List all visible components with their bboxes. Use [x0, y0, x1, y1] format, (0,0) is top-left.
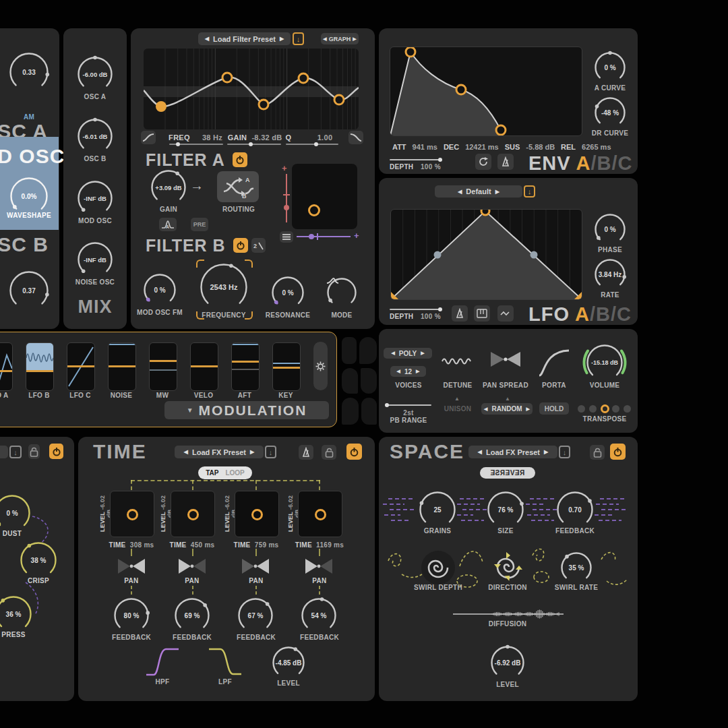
osc-b-am-knob[interactable]: 0.37	[8, 270, 50, 311]
pb-range-slider[interactable]	[386, 404, 431, 406]
lfo-preset-save-icon[interactable]: ↓	[524, 185, 535, 198]
poly-mode-selector[interactable]: ◀ POLY ▶	[384, 348, 432, 359]
tap1-pad[interactable]	[110, 491, 154, 537]
filter-preset-save-icon[interactable]: ↓	[293, 32, 304, 45]
filter-eq-graph[interactable]	[144, 49, 359, 129]
eq-node-5[interactable]	[334, 95, 344, 104]
press-knob[interactable]: 36 %	[0, 595, 33, 634]
mod-source-velocity[interactable]	[190, 342, 218, 391]
filter-b-frequency-knob[interactable]: 2543 Hz	[199, 262, 249, 312]
mod-source-noise[interactable]	[108, 342, 136, 391]
pan-mode-selector[interactable]: ◀ RANDOM ▶	[481, 403, 533, 415]
mod-source-lfo-a[interactable]	[0, 342, 13, 391]
release-value[interactable]: 6265 ms	[582, 143, 611, 151]
tap4-node[interactable]	[315, 509, 326, 520]
eq-node-4[interactable]	[299, 73, 308, 83]
transpose-dot-5[interactable]	[624, 405, 631, 413]
lfo-preset-selector[interactable]: ◀ Default ▶	[435, 185, 522, 198]
decay-release-curve-knob[interactable]: -48 %	[593, 96, 627, 129]
preset-next-icon[interactable]: ▶	[280, 36, 284, 42]
filter-a-y-slider[interactable]	[286, 174, 287, 222]
dust-knob[interactable]: 0 %	[0, 493, 32, 533]
filter-a-band-icon[interactable]: A	[159, 218, 177, 231]
tap2-node[interactable]	[187, 509, 199, 520]
time-preset-prev-icon[interactable]: ◀	[184, 449, 188, 455]
env-decay-node[interactable]	[456, 85, 466, 94]
env-depth-slider[interactable]	[390, 159, 442, 160]
mod-source-mod-wheel[interactable]	[149, 342, 177, 391]
modulation-collapse-icon[interactable]: ▼	[187, 406, 193, 414]
loop-option[interactable]: LOOP	[225, 469, 244, 477]
lfo-rate-knob[interactable]: 3.84 Hz	[593, 257, 627, 291]
porta-icon[interactable]	[538, 347, 570, 377]
random-prev-icon[interactable]: ◀	[484, 406, 487, 412]
x-slider-plus-icon[interactable]: +	[354, 231, 359, 241]
lfo-tabs-bc[interactable]: /B/C	[590, 303, 632, 325]
space-preset-save-icon[interactable]: ↓	[559, 446, 570, 458]
env-attack-node[interactable]	[406, 47, 415, 57]
attack-curve-knob[interactable]: 0 %	[593, 51, 627, 84]
voices-next-icon[interactable]: ▶	[416, 369, 419, 374]
detune-icon[interactable]	[441, 356, 475, 367]
highpass-slope-icon[interactable]	[141, 131, 156, 144]
transpose-dot-3-selected[interactable]	[601, 404, 609, 413]
space-power-button[interactable]	[610, 444, 626, 460]
pan-spread-icon[interactable]	[489, 350, 522, 369]
mix-osc-a-knob[interactable]: -6.00 dB	[76, 55, 114, 93]
tap3-feedback-knob[interactable]: 67 %	[237, 597, 274, 634]
mod-source-keytrack[interactable]	[272, 342, 301, 391]
left-fx-preset-save-icon[interactable]: ↓	[9, 446, 22, 458]
resonance-knob[interactable]: 0 %	[270, 275, 305, 310]
space-preset-selector[interactable]: ◀ Load FX Preset ▶	[468, 446, 557, 458]
tap4-pan-icon[interactable]	[304, 557, 334, 576]
eq-gain-value[interactable]: -8.32 dB	[249, 133, 284, 142]
preset-prev-icon[interactable]: ◀	[205, 36, 209, 42]
env-tabs-bc[interactable]: /B/C	[591, 152, 633, 174]
space-preset-next-icon[interactable]: ▶	[544, 449, 548, 455]
tap1-node[interactable]	[127, 509, 138, 520]
env-depth-value[interactable]: 100 %	[421, 163, 448, 171]
space-feedback-knob[interactable]: 0.70	[555, 490, 595, 529]
routing-button[interactable]: A B	[217, 171, 259, 202]
tap3-node[interactable]	[251, 509, 263, 520]
pb-range-value[interactable]: 2st	[382, 409, 435, 417]
sustain-value[interactable]: -5.88 dB	[526, 143, 555, 151]
lfo-apex-node[interactable]	[481, 209, 489, 215]
unison-label[interactable]: UNISON	[431, 405, 485, 413]
mod-osc-fm-knob[interactable]: 0 %	[142, 272, 177, 307]
eq-node-2[interactable]	[222, 73, 232, 82]
attack-value[interactable]: 941 ms	[413, 143, 437, 151]
mod-source-aftertouch[interactable]	[231, 342, 260, 391]
space-level-knob[interactable]: -6.92 dB	[489, 644, 526, 681]
lfo-graph[interactable]	[390, 209, 582, 300]
left-fx-preset-selector[interactable]: ▶	[0, 446, 8, 458]
env-selector[interactable]: ENV A/B/C	[528, 152, 631, 175]
mod-source-lfo-c[interactable]	[67, 342, 95, 391]
eq-q-value[interactable]: 1.00	[311, 133, 338, 142]
env-loop-icon[interactable]	[475, 154, 491, 170]
tap-option[interactable]: TAP	[206, 469, 218, 477]
grains-knob[interactable]: 25	[418, 490, 457, 529]
eq-gain-slider[interactable]	[227, 144, 281, 145]
space-lock-icon[interactable]	[590, 445, 605, 460]
size-knob[interactable]: 76 %	[486, 490, 525, 529]
tap4-feedback-knob[interactable]: 54 %	[300, 597, 338, 634]
time-level-knob[interactable]: -4.85 dB	[271, 645, 306, 680]
tap3-time[interactable]: TIME 759 ms	[222, 541, 290, 549]
env-tab-a[interactable]: A	[576, 152, 591, 174]
diffusion-slider[interactable]	[453, 609, 564, 619]
time-preset-selector[interactable]: ◀ Load FX Preset ▶	[175, 446, 264, 458]
tap1-time[interactable]: TIME 308 ms	[98, 541, 165, 549]
filter-a-x-slider[interactable]	[297, 236, 351, 237]
graph-view-button[interactable]: ◀ GRAPH ▶	[321, 33, 359, 44]
graph-prev-icon[interactable]: ◀	[323, 36, 326, 42]
tap2-time[interactable]: TIME 450 ms	[158, 541, 226, 549]
time-preset-next-icon[interactable]: ▶	[250, 449, 254, 455]
reverse-button[interactable]: REVERSE	[480, 467, 535, 479]
tap1-pan-icon[interactable]	[117, 557, 146, 576]
mod-settings-strip[interactable]	[313, 342, 328, 390]
voices-prev-icon[interactable]: ◀	[397, 369, 400, 374]
tap4-time[interactable]: TIME 1169 ms	[286, 541, 353, 549]
random-next-icon[interactable]: ▶	[526, 406, 530, 412]
time-lock-icon[interactable]	[322, 445, 336, 460]
